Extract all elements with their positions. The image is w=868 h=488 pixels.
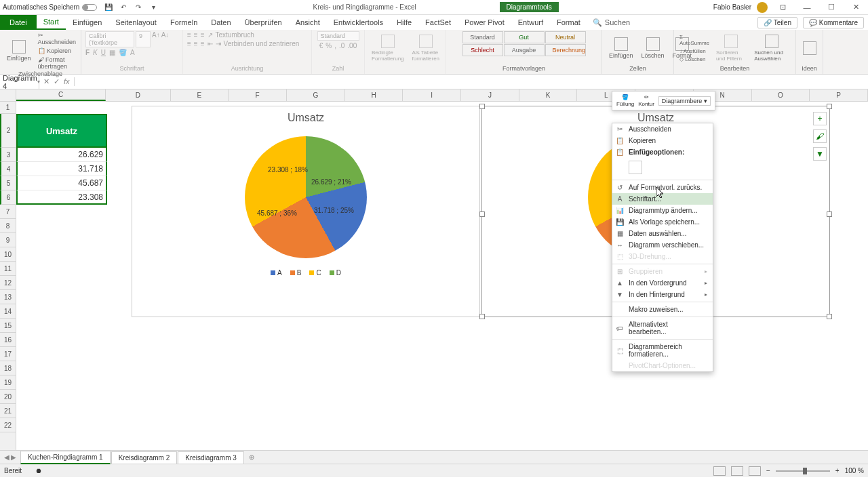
col-header[interactable]: J: [461, 89, 519, 101]
fill-color-icon[interactable]: 🪣: [119, 49, 127, 56]
sheet-tab[interactable]: Kuchen-Ringdiagramm 1: [20, 451, 111, 464]
row-header[interactable]: 1: [0, 102, 16, 114]
font-color-icon[interactable]: A: [130, 49, 135, 56]
maximize-icon[interactable]: ☐: [822, 3, 841, 12]
chart-area-select[interactable]: Diagrammbere ▾: [658, 96, 711, 106]
table-header-cell[interactable]: Umsatz: [16, 114, 107, 148]
increase-font-icon[interactable]: A↑: [152, 31, 160, 47]
row-header[interactable]: 4: [0, 162, 16, 176]
row-header[interactable]: 17: [0, 347, 16, 361]
tab-ueberpruefen[interactable]: Überprüfen: [238, 16, 289, 29]
ctx-background[interactable]: ▼In den Hintergrund▸: [612, 289, 713, 300]
col-header[interactable]: I: [403, 89, 461, 101]
ctx-foreground[interactable]: ▲In den Vordergrund▸: [612, 277, 713, 289]
data-cell[interactable]: 45.687: [16, 176, 107, 190]
qat-customize-icon[interactable]: ▾: [149, 3, 158, 12]
row-header[interactable]: 15: [0, 319, 16, 333]
align-top-icon[interactable]: ≡: [187, 31, 191, 39]
page-layout-view-icon[interactable]: [731, 466, 743, 476]
underline-icon[interactable]: U: [101, 49, 106, 56]
align-left-icon[interactable]: ≡: [187, 40, 191, 47]
chart-elements-button[interactable]: +: [813, 112, 827, 125]
style-gut[interactable]: Gut: [504, 31, 545, 43]
border-icon[interactable]: ▦: [109, 49, 115, 56]
orientation-icon[interactable]: ↗: [208, 31, 213, 39]
align-center-icon[interactable]: ≡: [194, 40, 198, 47]
row-header[interactable]: 16: [0, 333, 16, 347]
zoom-in-icon[interactable]: +: [835, 467, 840, 474]
col-header[interactable]: O: [752, 89, 810, 101]
row-header[interactable]: 12: [0, 276, 16, 290]
col-header[interactable]: H: [345, 89, 403, 101]
ctx-alt-text[interactable]: 🏷Alternativtext bearbeiten...: [612, 319, 713, 338]
search-box[interactable]: 🔍 Suchen: [593, 18, 630, 27]
col-header[interactable]: D: [106, 89, 171, 101]
col-header[interactable]: F: [229, 89, 287, 101]
fx-icon[interactable]: fx: [64, 77, 70, 86]
align-right-icon[interactable]: ≡: [201, 40, 205, 47]
data-cell[interactable]: 23.308: [16, 190, 107, 205]
row-header[interactable]: 2: [0, 114, 16, 148]
normal-view-icon[interactable]: [713, 466, 726, 476]
style-ausgabe[interactable]: Ausgabe: [504, 44, 545, 56]
ctx-move-chart[interactable]: ↔Diagramm verschieben...: [612, 239, 713, 251]
col-header[interactable]: C: [16, 89, 106, 101]
sheet-nav-next-icon[interactable]: ▶: [11, 453, 16, 461]
chart-filters-button[interactable]: ▼: [813, 147, 827, 161]
paste-button[interactable]: Einfügen: [4, 39, 34, 63]
row-header[interactable]: 22: [0, 418, 16, 432]
enter-formula-icon[interactable]: ✓: [54, 77, 60, 86]
col-header[interactable]: G: [287, 89, 345, 101]
col-header[interactable]: K: [519, 89, 578, 101]
number-format-select[interactable]: Standard: [317, 31, 359, 41]
page-break-view-icon[interactable]: [749, 466, 761, 476]
row-header[interactable]: 14: [0, 304, 16, 319]
italic-icon[interactable]: K: [93, 49, 98, 56]
name-box[interactable]: Diagramm 4▾: [0, 73, 39, 92]
bold-icon[interactable]: F: [85, 49, 90, 56]
fill-button[interactable]: ↓ Ausfüllen: [678, 47, 711, 55]
col-header[interactable]: P: [810, 89, 868, 101]
row-header[interactable]: 13: [0, 290, 16, 304]
ctx-reset-format[interactable]: ↺Auf Formatvorl. zurücks.: [612, 182, 713, 193]
style-standard[interactable]: Standard: [462, 31, 503, 43]
tab-start[interactable]: Start: [37, 15, 66, 30]
chart-styles-button[interactable]: 🖌: [813, 129, 827, 143]
dec-inc-icon[interactable]: .0: [339, 42, 344, 49]
paste-option-button[interactable]: [629, 161, 642, 174]
data-cell[interactable]: 31.718: [16, 162, 107, 176]
user-avatar[interactable]: [757, 2, 768, 13]
style-berechnung[interactable]: Berechnung: [545, 44, 586, 56]
tab-format[interactable]: Format: [550, 16, 587, 29]
indent-dec-icon[interactable]: ⇤: [208, 40, 213, 47]
save-icon[interactable]: 💾: [104, 3, 113, 12]
outline-button[interactable]: ✏Kontur: [638, 94, 654, 107]
ideas-button[interactable]: [800, 40, 819, 56]
row-header[interactable]: 9: [0, 233, 16, 247]
zoom-slider[interactable]: [776, 470, 830, 472]
merge-button[interactable]: Verbinden und zentrieren: [224, 40, 300, 47]
undo-icon[interactable]: ↶: [119, 3, 128, 12]
row-header[interactable]: 11: [0, 262, 16, 276]
comma-icon[interactable]: ,: [334, 42, 336, 49]
share-button[interactable]: 🔗 Teilen: [757, 17, 797, 28]
percent-icon[interactable]: %: [326, 42, 332, 49]
autosave-toggle[interactable]: [82, 4, 97, 11]
style-schlecht[interactable]: Schlecht: [462, 44, 503, 56]
ribbon-options-icon[interactable]: ⊡: [773, 3, 792, 12]
style-neutral[interactable]: Neutral: [545, 31, 586, 43]
add-sheet-button[interactable]: ⊕: [245, 452, 258, 462]
minimize-icon[interactable]: —: [797, 3, 816, 12]
format-painter-button[interactable]: 🖌 Format übertragen: [37, 56, 78, 70]
comments-button[interactable]: 💬 Kommentare: [803, 17, 864, 28]
ctx-select-data[interactable]: ▦Daten auswählen...: [612, 228, 713, 239]
ctx-change-type[interactable]: 📊Diagrammtyp ändern...: [612, 205, 713, 216]
tab-ansicht[interactable]: Ansicht: [289, 16, 327, 29]
sort-filter-button[interactable]: Sortieren und Filtern: [713, 33, 749, 63]
row-header[interactable]: 20: [0, 390, 16, 404]
zoom-out-icon[interactable]: −: [766, 467, 770, 474]
row-header[interactable]: 3: [0, 148, 16, 162]
close-icon[interactable]: ✕: [846, 3, 865, 12]
fill-button[interactable]: 🪣Füllung: [616, 94, 634, 107]
row-header[interactable]: 10: [0, 247, 16, 262]
